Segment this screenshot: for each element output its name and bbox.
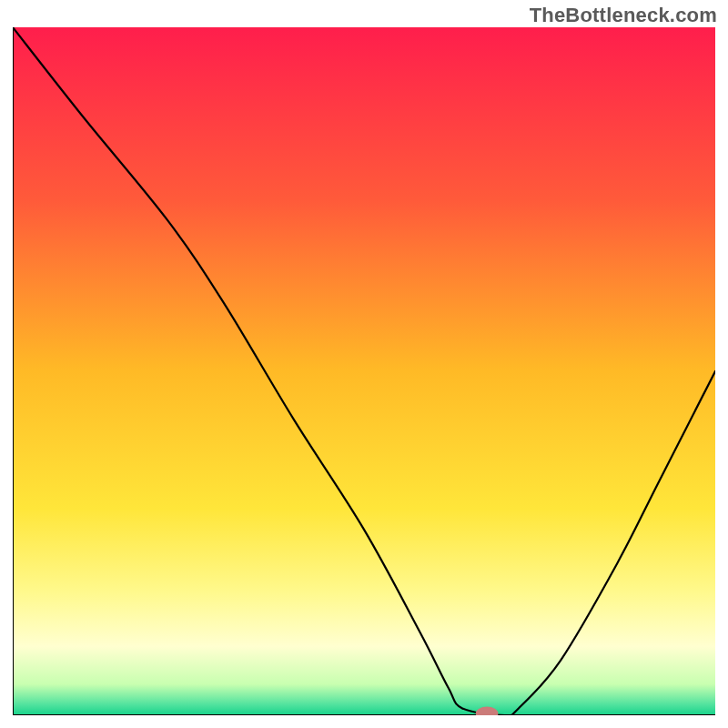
bottleneck-chart — [13, 27, 715, 715]
plot-region — [13, 27, 715, 715]
chart-frame: TheBottleneck.com — [0, 0, 728, 728]
watermark-label: TheBottleneck.com — [530, 4, 717, 27]
gradient-background — [13, 27, 715, 715]
